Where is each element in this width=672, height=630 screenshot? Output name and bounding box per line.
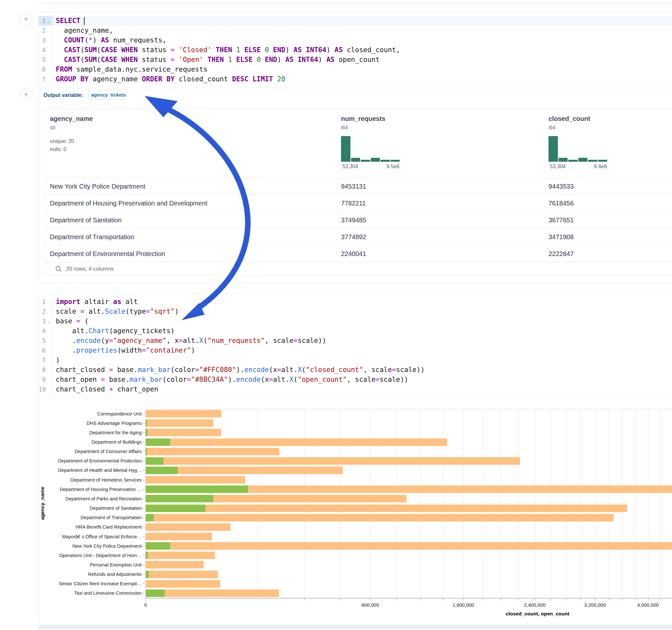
- line-number: 6: [39, 345, 52, 355]
- table-cell: 7618456: [549, 195, 574, 212]
- code-line[interactable]: 1⌄SELECT: [39, 16, 672, 26]
- histogram-min-label: 53,304: [550, 164, 566, 169]
- line-number: 2: [39, 307, 52, 316]
- line-number: 7: [39, 355, 52, 365]
- line-number: 3: [39, 35, 52, 45]
- code-text: COUNT(*) AS num_requests,: [56, 35, 166, 45]
- code-line[interactable]: 5 CAST(SUM(CASE WHEN status = 'Open' THE…: [39, 55, 672, 65]
- line-number: 2: [39, 26, 52, 35]
- divider: [39, 88, 672, 88]
- line-number: 1⌄: [39, 16, 52, 26]
- histogram-min-label: 53,304: [342, 164, 358, 169]
- sql-code-editor[interactable]: 1⌄SELECT2 agency_name,3 COUNT(*) AS num_…: [39, 16, 672, 88]
- table-cell: 3774892: [341, 228, 366, 245]
- code-line[interactable]: 4 alt.Chart(agency_tickets): [39, 326, 672, 336]
- line-number: 5: [39, 336, 52, 345]
- table-row[interactable]: Department of Transportation377489234719…: [45, 228, 672, 245]
- result-table: agency_namestrunique: 20nulls: 0num_requ…: [45, 108, 672, 276]
- python-cell-card: 1import altair as alt2scale = alt.Scale(…: [38, 294, 672, 625]
- code-line[interactable]: 5 .encode(y="agency_name", x=alt.X("num_…: [39, 336, 672, 345]
- gutter-divider: [52, 12, 52, 88]
- table-row[interactable]: Department of Environmental Protection22…: [45, 245, 672, 262]
- code-text: import altair as alt: [56, 297, 138, 307]
- table-cell: 9453131: [341, 178, 366, 195]
- code-line[interactable]: 6FROM sample_data.nyc.service_requests: [39, 65, 672, 74]
- python-code-editor[interactable]: 1import altair as alt2scale = alt.Scale(…: [39, 297, 672, 394]
- code-text: .properties(width="container"): [56, 345, 195, 355]
- line-number: 3⌄: [39, 316, 52, 326]
- code-line[interactable]: 2 agency_name,: [39, 26, 672, 35]
- line-number: 10: [39, 384, 52, 394]
- gutter-divider: [52, 294, 52, 396]
- histogram-max-label: 9.4e6: [594, 164, 607, 169]
- code-text: .encode(y="agency_name", x=alt.X("num_re…: [56, 336, 327, 345]
- code-line[interactable]: 3 COUNT(*) AS num_requests,: [39, 35, 672, 45]
- code-text: chart_closed = base.mark_bar(color="#FFC…: [56, 365, 425, 374]
- table-cell: New York City Police Department: [50, 178, 146, 195]
- add-cell-button[interactable]: +: [20, 13, 32, 26]
- column-histogram: [341, 136, 400, 162]
- line-number: 9: [39, 374, 52, 384]
- code-text: chart_closed + chart_open: [56, 384, 158, 394]
- column-header[interactable]: num_requests: [341, 115, 385, 122]
- code-line[interactable]: 3⌄base = (: [39, 316, 672, 326]
- text-cursor: [84, 17, 85, 25]
- table-row[interactable]: Department of Housing Preservation and D…: [45, 194, 672, 212]
- notebook-page: + + 1⌄SELECT2 agency_name,3 COUNT(*) AS …: [0, 0, 672, 630]
- line-number: 4: [39, 326, 52, 336]
- code-line[interactable]: 9chart_open = base.mark_bar(color="#8BC3…: [39, 374, 672, 384]
- table-cell: Department of Housing Preservation and D…: [50, 195, 208, 212]
- table-cell: 2222847: [549, 245, 574, 262]
- code-line[interactable]: 8chart_closed = base.mark_bar(color="#FF…: [39, 365, 672, 374]
- code-line[interactable]: 7): [39, 355, 672, 365]
- table-cell: 7782211: [341, 195, 366, 212]
- sql-cell-card: 1⌄SELECT2 agency_name,3 COUNT(*) AS num_…: [38, 12, 672, 283]
- table-cell: 3749485: [341, 212, 366, 228]
- table-footer: 20 rows, 4 columns: [45, 262, 672, 276]
- fold-chevron-icon[interactable]: ⌄: [48, 16, 50, 26]
- code-text: CAST(SUM(CASE WHEN status = 'Closed' THE…: [56, 45, 400, 55]
- code-text: FROM sample_data.nyc.service_requests: [56, 65, 208, 74]
- row-count-status: 20 rows, 4 columns: [66, 262, 114, 276]
- line-number: 4: [39, 45, 52, 55]
- line-number: 6: [39, 65, 52, 74]
- previous-cell-bottom-edge: [38, 0, 672, 3]
- table-cell: 3677651: [549, 212, 574, 228]
- code-text: ): [56, 355, 60, 365]
- column-histogram: [549, 136, 607, 162]
- column-header[interactable]: agency_name: [50, 115, 93, 122]
- code-line[interactable]: 10chart_closed + chart_open: [39, 384, 672, 394]
- line-number: 5: [39, 55, 52, 65]
- code-text: SELECT: [56, 16, 85, 26]
- table-cell: 2240041: [341, 245, 366, 262]
- fold-chevron-icon[interactable]: ⌄: [48, 317, 50, 326]
- line-number: 1: [39, 297, 52, 307]
- line-number: 8: [39, 365, 52, 374]
- code-text: agency_name,: [56, 26, 113, 35]
- table-cell: Department of Environmental Protection: [50, 245, 165, 262]
- table-cell: 3471908: [549, 228, 574, 245]
- table-row[interactable]: New York City Police Department945313194…: [45, 177, 672, 195]
- column-header[interactable]: closed_count: [549, 115, 590, 122]
- histogram-max-label: 9.5e6: [386, 164, 399, 169]
- add-cell-button[interactable]: +: [20, 89, 32, 101]
- code-line[interactable]: 7GROUP BY agency_name ORDER BY closed_co…: [39, 74, 672, 84]
- column-stat: unique: 20: [50, 138, 74, 144]
- code-text: base = (: [56, 316, 89, 326]
- code-line[interactable]: 4 CAST(SUM(CASE WHEN status = 'Closed' T…: [39, 45, 672, 55]
- line-number: 7: [39, 74, 52, 84]
- table-cell: Department of Transportation: [50, 228, 134, 245]
- column-type: i64: [341, 125, 348, 130]
- table-row[interactable]: Department of Sanitation37494853677651: [45, 211, 672, 228]
- code-line[interactable]: 6 .properties(width="container"): [39, 345, 672, 355]
- bottom-strip: [38, 628, 672, 630]
- code-line[interactable]: 1import altair as alt: [39, 297, 672, 307]
- output-variable-label: Output variable:: [44, 92, 83, 98]
- code-line[interactable]: 2scale = alt.Scale(type="sqrt"): [39, 307, 672, 316]
- bottom-strip: [38, 626, 672, 628]
- search-icon[interactable]: [55, 265, 62, 272]
- code-text: alt.Chart(agency_tickets): [56, 326, 175, 336]
- output-variable-chip[interactable]: agency_tickets: [88, 90, 127, 100]
- column-type: str: [50, 125, 56, 130]
- column-stat: nulls: 0: [50, 146, 67, 152]
